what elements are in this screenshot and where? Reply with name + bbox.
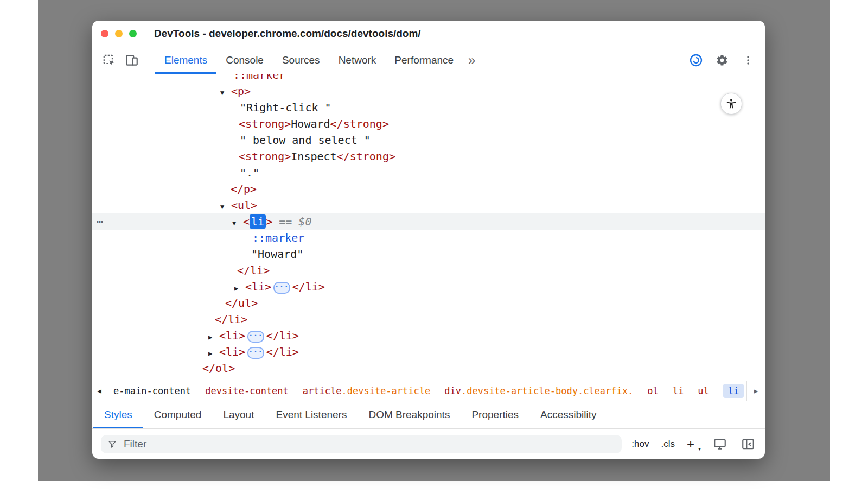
kebab-menu-icon[interactable] (740, 52, 756, 68)
dom-tree-row[interactable]: </p> (92, 181, 765, 197)
dom-tree-row[interactable]: </li> (92, 311, 765, 327)
filter-input[interactable] (123, 438, 615, 451)
dom-token: < (243, 215, 250, 228)
titlebar: DevTools - developer.chrome.com/docs/dev… (92, 21, 765, 47)
breadcrumb-part: article (303, 385, 342, 396)
breadcrumb-part: ol (647, 385, 658, 396)
breadcrumb-part: devsite-content (205, 385, 289, 396)
zoom-icon[interactable] (129, 30, 137, 37)
dom-token: <li> (245, 280, 271, 293)
inline-ellipsis-icon[interactable]: ··· (247, 331, 264, 343)
breadcrumb-scroll-right-icon[interactable]: ▸ (746, 381, 765, 401)
inspect-icon[interactable] (101, 52, 117, 68)
new-style-rule-button[interactable]: + ▾ (687, 438, 700, 451)
breadcrumb-item[interactable]: li (673, 385, 684, 396)
tab-console[interactable]: Console (216, 47, 273, 74)
breadcrumb-item[interactable]: e-main-content (113, 385, 191, 396)
dom-token: </p> (231, 182, 257, 195)
device-toolbar-icon[interactable] (124, 52, 140, 68)
panel-tab-dom-breakpoints[interactable]: DOM Breakpoints (358, 401, 461, 428)
dom-token: </ul> (225, 296, 258, 309)
toggle-element-classes-button[interactable]: .cls (661, 439, 675, 450)
toolbar-right-icons (688, 52, 756, 68)
dom-tree-row[interactable]: ▶<li>···</li> (92, 327, 765, 344)
breadcrumb-item[interactable]: div.devsite-article-body.clearfix. (444, 385, 633, 396)
breadcrumb-item[interactable]: ul (698, 385, 709, 396)
dock-sidebar-icon[interactable] (740, 436, 756, 452)
dom-token: "Howard" (251, 248, 303, 261)
inline-ellipsis-icon[interactable]: ··· (247, 347, 264, 359)
expand-arrow-icon[interactable]: ▶ (234, 280, 245, 296)
filter-funnel-icon (107, 439, 117, 449)
inline-ellipsis-icon[interactable]: ··· (273, 282, 290, 294)
dom-token: <ul> (231, 199, 257, 212)
collapse-arrow-icon[interactable]: ▼ (220, 85, 231, 101)
window-title: DevTools - developer.chrome.com/docs/dev… (154, 28, 421, 40)
dom-token: </li> (266, 329, 299, 342)
accessibility-person-icon[interactable] (720, 93, 742, 115)
dom-token: Inspect (291, 150, 336, 163)
dom-tree-row[interactable]: ⋯▼<li> == $0 (92, 213, 765, 230)
panel-tab-computed[interactable]: Computed (143, 401, 213, 428)
dom-tree-panel: ::marker▼<p>"Right-click "<strong>Howard… (92, 74, 765, 381)
panel-tab-layout[interactable]: Layout (212, 401, 265, 428)
settings-gear-icon[interactable] (714, 52, 730, 68)
breadcrumb-items: e-main-contentdevsite-contentarticle.dev… (106, 384, 746, 398)
dom-token: <p> (231, 85, 251, 98)
breadcrumb-item[interactable]: li (723, 384, 744, 398)
sync-icon[interactable] (688, 52, 704, 68)
dom-tree-row[interactable]: </ul> (92, 295, 765, 311)
dom-token: <strong> (239, 117, 291, 130)
dom-tree-row[interactable]: "Howard" (92, 246, 765, 262)
tab-sources[interactable]: Sources (273, 47, 329, 74)
dom-token: <li> (219, 345, 245, 358)
dom-token: $0 (298, 215, 311, 228)
dom-token: "Right-click " (240, 101, 331, 114)
panel-tab-properties[interactable]: Properties (461, 401, 529, 428)
dom-tree-row[interactable]: ::marker (92, 74, 765, 83)
dom-tree-row[interactable]: <strong>Inspect</strong> (92, 148, 765, 165)
breadcrumb-item[interactable]: devsite-content (205, 385, 289, 396)
breadcrumb-item[interactable]: ol (647, 385, 658, 396)
breadcrumb-scroll-left-icon[interactable]: ◂ (92, 381, 106, 401)
dom-token: </ol> (202, 362, 235, 375)
panel-tab-styles[interactable]: Styles (93, 401, 143, 428)
devtools-window: DevTools - developer.chrome.com/docs/dev… (92, 21, 765, 459)
dom-tree-row[interactable]: " below and select " (92, 132, 765, 148)
caret-down-icon: ▾ (698, 446, 701, 452)
display-icon[interactable] (712, 436, 728, 452)
dom-token: "." (240, 166, 259, 179)
close-icon[interactable] (101, 30, 108, 37)
dom-tree-row[interactable]: ::marker (92, 230, 765, 246)
tab-elements[interactable]: Elements (155, 47, 216, 74)
dom-tree-row[interactable]: "." (92, 165, 765, 181)
dom-tree-row[interactable]: ▶<li>···</li> (92, 279, 765, 295)
dom-token: </li> (215, 313, 247, 326)
breadcrumb-item[interactable]: article.devsite-article (303, 385, 430, 396)
plus-icon: + (687, 437, 694, 451)
breadcrumb-part: .devsite-article (341, 385, 430, 396)
panel-tabs: StylesComputedLayoutEvent ListenersDOM B… (92, 401, 765, 429)
dom-tree-row[interactable]: <strong>Howard</strong> (92, 116, 765, 132)
dom-tree-row[interactable]: </ol> (92, 360, 765, 376)
tab-performance[interactable]: Performance (385, 47, 463, 74)
dom-token: li (250, 214, 266, 229)
collapse-arrow-icon[interactable]: ▼ (232, 215, 243, 231)
dom-token: </li> (292, 280, 325, 293)
expand-arrow-icon[interactable]: ▶ (208, 329, 219, 345)
panel-tab-accessibility[interactable]: Accessibility (529, 401, 607, 428)
dom-tree-row[interactable]: "Right-click " (92, 99, 765, 116)
dom-tree-row[interactable]: </li> (92, 262, 765, 279)
minimize-icon[interactable] (115, 30, 123, 37)
tab-network[interactable]: Network (329, 47, 386, 74)
more-tabs-button[interactable]: » (468, 54, 475, 67)
dom-tree-row[interactable]: ▶<li>···</li> (92, 344, 765, 360)
toggle-pseudo-classes-button[interactable]: :hov (631, 439, 649, 450)
dom-tree-row[interactable]: ▼<p> (92, 83, 765, 99)
collapse-arrow-icon[interactable]: ▼ (220, 199, 231, 215)
panel-tab-event-listeners[interactable]: Event Listeners (265, 401, 358, 428)
expand-arrow-icon[interactable]: ▶ (208, 345, 219, 362)
row-overflow-icon[interactable]: ⋯ (97, 213, 104, 230)
dom-tree-row[interactable]: ▼<ul> (92, 197, 765, 213)
dom-token: == (272, 215, 298, 228)
